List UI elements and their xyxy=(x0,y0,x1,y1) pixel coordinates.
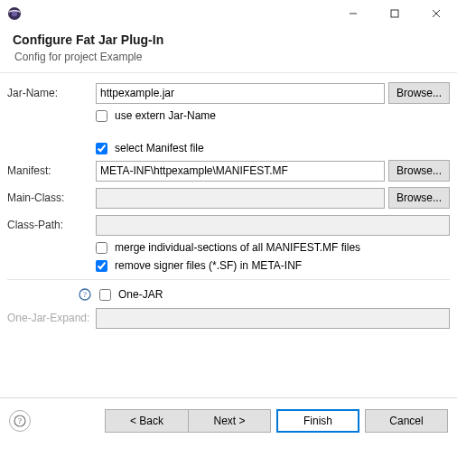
svg-point-1 xyxy=(12,11,17,16)
wizard-footer: ? < Back Next > Finish Cancel xyxy=(0,398,457,443)
one-jar-expand-label: One-Jar-Expand: xyxy=(7,312,96,324)
one-jar-expand-input xyxy=(96,308,450,329)
jar-name-label: Jar-Name: xyxy=(7,87,96,99)
app-icon xyxy=(7,6,22,21)
select-manifest-file-label: select Manifest file xyxy=(115,142,204,154)
svg-rect-3 xyxy=(391,10,398,17)
main-class-input xyxy=(96,188,385,209)
svg-text:?: ? xyxy=(83,290,87,299)
form-area: Jar-Name: Browse... use extern Jar-Name … xyxy=(0,73,457,343)
separator xyxy=(7,279,450,280)
finish-button[interactable]: Finish xyxy=(276,409,359,433)
back-button[interactable]: < Back xyxy=(105,409,188,433)
cancel-button[interactable]: Cancel xyxy=(365,409,448,433)
close-button[interactable] xyxy=(415,0,457,27)
one-jar-checkbox[interactable] xyxy=(99,289,111,301)
main-class-browse-button[interactable]: Browse... xyxy=(388,187,450,209)
select-manifest-file-checkbox[interactable] xyxy=(96,143,107,154)
wizard-title: Configure Fat Jar Plug-In xyxy=(13,33,444,47)
minimize-button[interactable] xyxy=(332,0,374,27)
remove-signer-label: remove signer files (*.SF) in META-INF xyxy=(115,259,302,272)
class-path-label: Class-Path: xyxy=(7,219,96,231)
manifest-input[interactable] xyxy=(96,161,385,182)
window-controls xyxy=(332,0,457,27)
help-button[interactable]: ? xyxy=(9,410,31,432)
class-path-input xyxy=(96,215,450,236)
jar-name-input[interactable] xyxy=(96,83,385,104)
manifest-label: Manifest: xyxy=(7,164,96,177)
svg-text:?: ? xyxy=(18,416,22,425)
next-button[interactable]: Next > xyxy=(188,409,271,433)
remove-signer-checkbox[interactable] xyxy=(96,260,107,272)
help-icon[interactable]: ? xyxy=(78,287,92,302)
merge-sections-label: merge individual-sections of all MANIFES… xyxy=(115,241,360,254)
merge-sections-checkbox[interactable] xyxy=(96,242,107,254)
main-class-label: Main-Class: xyxy=(7,191,96,204)
wizard-banner: Configure Fat Jar Plug-In Config for pro… xyxy=(0,27,457,73)
one-jar-label: One-JAR xyxy=(118,288,163,301)
use-extern-jar-name-label: use extern Jar-Name xyxy=(115,109,216,122)
titlebar xyxy=(0,0,457,27)
manifest-browse-button[interactable]: Browse... xyxy=(388,160,450,182)
maximize-button[interactable] xyxy=(374,0,415,27)
use-extern-jar-name-checkbox[interactable] xyxy=(96,110,107,122)
jar-name-browse-button[interactable]: Browse... xyxy=(388,82,450,104)
wizard-subtitle: Config for project Example xyxy=(13,51,444,63)
